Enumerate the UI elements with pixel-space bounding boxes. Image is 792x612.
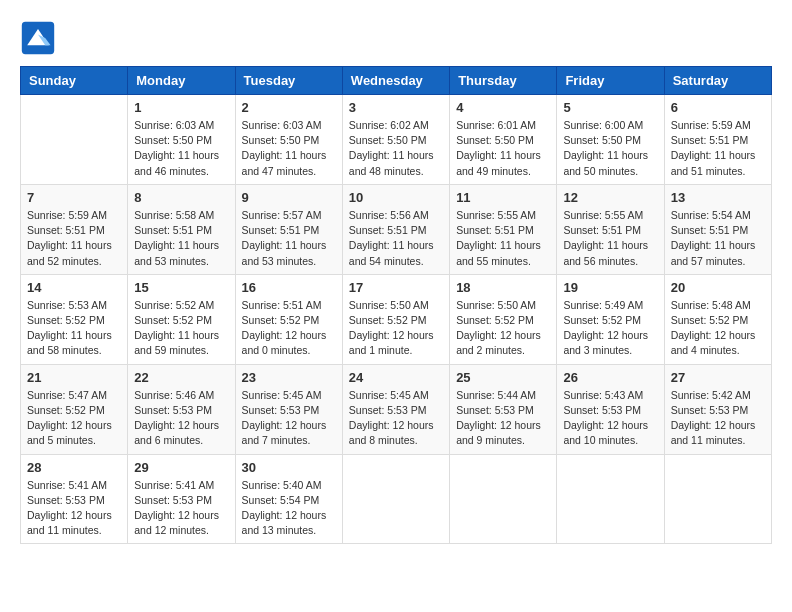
day-info: Sunrise: 5:46 AMSunset: 5:53 PMDaylight:…	[134, 388, 228, 449]
weekday-header: Monday	[128, 67, 235, 95]
calendar-cell: 16Sunrise: 5:51 AMSunset: 5:52 PMDayligh…	[235, 274, 342, 364]
day-info: Sunrise: 5:45 AMSunset: 5:53 PMDaylight:…	[242, 388, 336, 449]
day-number: 6	[671, 100, 765, 115]
calendar-cell: 13Sunrise: 5:54 AMSunset: 5:51 PMDayligh…	[664, 184, 771, 274]
weekday-header: Thursday	[450, 67, 557, 95]
day-info: Sunrise: 5:49 AMSunset: 5:52 PMDaylight:…	[563, 298, 657, 359]
day-info: Sunrise: 5:44 AMSunset: 5:53 PMDaylight:…	[456, 388, 550, 449]
day-info: Sunrise: 5:57 AMSunset: 5:51 PMDaylight:…	[242, 208, 336, 269]
day-number: 12	[563, 190, 657, 205]
day-number: 2	[242, 100, 336, 115]
day-info: Sunrise: 5:55 AMSunset: 5:51 PMDaylight:…	[456, 208, 550, 269]
day-number: 16	[242, 280, 336, 295]
day-number: 10	[349, 190, 443, 205]
calendar: SundayMondayTuesdayWednesdayThursdayFrid…	[20, 66, 772, 544]
calendar-cell: 29Sunrise: 5:41 AMSunset: 5:53 PMDayligh…	[128, 454, 235, 544]
day-info: Sunrise: 5:48 AMSunset: 5:52 PMDaylight:…	[671, 298, 765, 359]
calendar-cell: 6Sunrise: 5:59 AMSunset: 5:51 PMDaylight…	[664, 95, 771, 185]
day-number: 21	[27, 370, 121, 385]
day-number: 1	[134, 100, 228, 115]
calendar-cell: 7Sunrise: 5:59 AMSunset: 5:51 PMDaylight…	[21, 184, 128, 274]
calendar-cell: 22Sunrise: 5:46 AMSunset: 5:53 PMDayligh…	[128, 364, 235, 454]
weekday-header: Saturday	[664, 67, 771, 95]
day-number: 18	[456, 280, 550, 295]
day-number: 14	[27, 280, 121, 295]
day-info: Sunrise: 5:54 AMSunset: 5:51 PMDaylight:…	[671, 208, 765, 269]
calendar-week-row: 7Sunrise: 5:59 AMSunset: 5:51 PMDaylight…	[21, 184, 772, 274]
calendar-cell: 27Sunrise: 5:42 AMSunset: 5:53 PMDayligh…	[664, 364, 771, 454]
day-number: 27	[671, 370, 765, 385]
calendar-cell: 17Sunrise: 5:50 AMSunset: 5:52 PMDayligh…	[342, 274, 449, 364]
calendar-cell: 12Sunrise: 5:55 AMSunset: 5:51 PMDayligh…	[557, 184, 664, 274]
day-info: Sunrise: 6:03 AMSunset: 5:50 PMDaylight:…	[242, 118, 336, 179]
day-number: 15	[134, 280, 228, 295]
calendar-week-row: 1Sunrise: 6:03 AMSunset: 5:50 PMDaylight…	[21, 95, 772, 185]
day-number: 4	[456, 100, 550, 115]
day-number: 7	[27, 190, 121, 205]
day-info: Sunrise: 6:00 AMSunset: 5:50 PMDaylight:…	[563, 118, 657, 179]
day-info: Sunrise: 5:55 AMSunset: 5:51 PMDaylight:…	[563, 208, 657, 269]
day-info: Sunrise: 5:47 AMSunset: 5:52 PMDaylight:…	[27, 388, 121, 449]
day-info: Sunrise: 5:40 AMSunset: 5:54 PMDaylight:…	[242, 478, 336, 539]
day-info: Sunrise: 6:02 AMSunset: 5:50 PMDaylight:…	[349, 118, 443, 179]
logo-icon	[20, 20, 56, 56]
day-number: 11	[456, 190, 550, 205]
weekday-header: Friday	[557, 67, 664, 95]
calendar-cell: 21Sunrise: 5:47 AMSunset: 5:52 PMDayligh…	[21, 364, 128, 454]
calendar-cell: 2Sunrise: 6:03 AMSunset: 5:50 PMDaylight…	[235, 95, 342, 185]
calendar-week-row: 21Sunrise: 5:47 AMSunset: 5:52 PMDayligh…	[21, 364, 772, 454]
day-number: 3	[349, 100, 443, 115]
day-info: Sunrise: 5:45 AMSunset: 5:53 PMDaylight:…	[349, 388, 443, 449]
day-number: 20	[671, 280, 765, 295]
day-info: Sunrise: 5:51 AMSunset: 5:52 PMDaylight:…	[242, 298, 336, 359]
day-number: 28	[27, 460, 121, 475]
day-number: 25	[456, 370, 550, 385]
weekday-header: Sunday	[21, 67, 128, 95]
day-info: Sunrise: 5:59 AMSunset: 5:51 PMDaylight:…	[27, 208, 121, 269]
calendar-cell: 3Sunrise: 6:02 AMSunset: 5:50 PMDaylight…	[342, 95, 449, 185]
day-info: Sunrise: 5:41 AMSunset: 5:53 PMDaylight:…	[27, 478, 121, 539]
calendar-cell: 15Sunrise: 5:52 AMSunset: 5:52 PMDayligh…	[128, 274, 235, 364]
day-number: 19	[563, 280, 657, 295]
day-number: 13	[671, 190, 765, 205]
calendar-cell: 5Sunrise: 6:00 AMSunset: 5:50 PMDaylight…	[557, 95, 664, 185]
day-info: Sunrise: 6:01 AMSunset: 5:50 PMDaylight:…	[456, 118, 550, 179]
calendar-cell	[557, 454, 664, 544]
calendar-cell: 1Sunrise: 6:03 AMSunset: 5:50 PMDaylight…	[128, 95, 235, 185]
day-number: 8	[134, 190, 228, 205]
day-info: Sunrise: 5:50 AMSunset: 5:52 PMDaylight:…	[349, 298, 443, 359]
weekday-header: Wednesday	[342, 67, 449, 95]
calendar-header-row: SundayMondayTuesdayWednesdayThursdayFrid…	[21, 67, 772, 95]
calendar-cell	[450, 454, 557, 544]
day-info: Sunrise: 6:03 AMSunset: 5:50 PMDaylight:…	[134, 118, 228, 179]
calendar-cell: 28Sunrise: 5:41 AMSunset: 5:53 PMDayligh…	[21, 454, 128, 544]
day-number: 23	[242, 370, 336, 385]
calendar-cell: 24Sunrise: 5:45 AMSunset: 5:53 PMDayligh…	[342, 364, 449, 454]
calendar-cell: 8Sunrise: 5:58 AMSunset: 5:51 PMDaylight…	[128, 184, 235, 274]
calendar-cell	[342, 454, 449, 544]
day-info: Sunrise: 5:41 AMSunset: 5:53 PMDaylight:…	[134, 478, 228, 539]
calendar-cell: 11Sunrise: 5:55 AMSunset: 5:51 PMDayligh…	[450, 184, 557, 274]
day-info: Sunrise: 5:50 AMSunset: 5:52 PMDaylight:…	[456, 298, 550, 359]
calendar-week-row: 28Sunrise: 5:41 AMSunset: 5:53 PMDayligh…	[21, 454, 772, 544]
day-number: 29	[134, 460, 228, 475]
calendar-cell: 14Sunrise: 5:53 AMSunset: 5:52 PMDayligh…	[21, 274, 128, 364]
day-info: Sunrise: 5:52 AMSunset: 5:52 PMDaylight:…	[134, 298, 228, 359]
calendar-cell: 25Sunrise: 5:44 AMSunset: 5:53 PMDayligh…	[450, 364, 557, 454]
calendar-cell: 23Sunrise: 5:45 AMSunset: 5:53 PMDayligh…	[235, 364, 342, 454]
day-number: 24	[349, 370, 443, 385]
day-number: 9	[242, 190, 336, 205]
day-info: Sunrise: 5:58 AMSunset: 5:51 PMDaylight:…	[134, 208, 228, 269]
day-number: 17	[349, 280, 443, 295]
calendar-cell: 20Sunrise: 5:48 AMSunset: 5:52 PMDayligh…	[664, 274, 771, 364]
calendar-cell: 19Sunrise: 5:49 AMSunset: 5:52 PMDayligh…	[557, 274, 664, 364]
calendar-cell: 18Sunrise: 5:50 AMSunset: 5:52 PMDayligh…	[450, 274, 557, 364]
day-info: Sunrise: 5:43 AMSunset: 5:53 PMDaylight:…	[563, 388, 657, 449]
calendar-cell: 4Sunrise: 6:01 AMSunset: 5:50 PMDaylight…	[450, 95, 557, 185]
day-info: Sunrise: 5:53 AMSunset: 5:52 PMDaylight:…	[27, 298, 121, 359]
logo	[20, 20, 60, 56]
calendar-cell: 10Sunrise: 5:56 AMSunset: 5:51 PMDayligh…	[342, 184, 449, 274]
day-number: 26	[563, 370, 657, 385]
weekday-header: Tuesday	[235, 67, 342, 95]
day-info: Sunrise: 5:59 AMSunset: 5:51 PMDaylight:…	[671, 118, 765, 179]
